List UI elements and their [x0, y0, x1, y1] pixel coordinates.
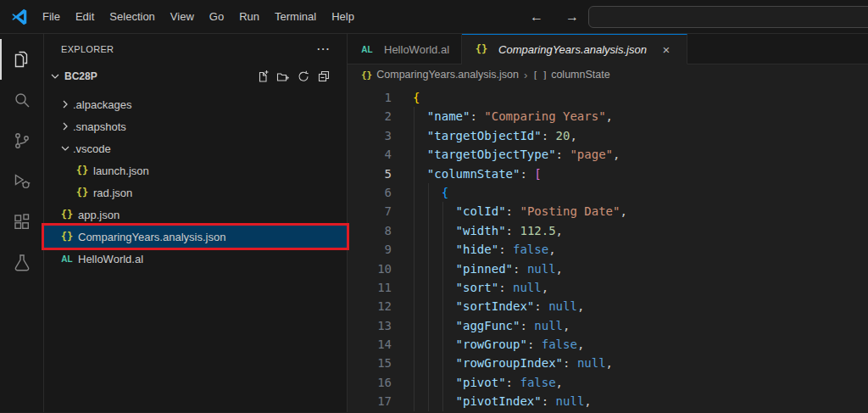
- line-number[interactable]: 2: [348, 107, 392, 126]
- code-line[interactable]: "name": "Comparing Years",: [413, 107, 627, 126]
- line-number[interactable]: 5: [348, 165, 392, 183]
- tree-item--snapshots[interactable]: .snapshots: [44, 115, 347, 137]
- history-navigation: ← →: [527, 0, 581, 34]
- code-line[interactable]: "rowGroupIndex": null,: [413, 354, 627, 372]
- json-file-icon: {}: [75, 187, 90, 198]
- tree-item-app-json[interactable]: {}app.json: [44, 204, 347, 226]
- tabbar: ALHelloWorld.al{}ComparingYears.analysis…: [348, 34, 868, 64]
- refresh-button[interactable]: [296, 69, 311, 84]
- tree-item-label: .vscode: [73, 142, 111, 155]
- code-line[interactable]: "targetObjectType": "page",: [413, 145, 627, 164]
- tab-helloworld-al[interactable]: ALHelloWorld.al: [348, 34, 462, 64]
- new-file-button[interactable]: [255, 69, 270, 84]
- code-line[interactable]: "rowGroup": false,: [413, 335, 627, 354]
- sidebar-header: EXPLORER ⋯: [44, 34, 347, 64]
- line-number[interactable]: 13: [348, 316, 392, 335]
- back-button[interactable]: ←: [527, 9, 546, 25]
- explorer-sidebar: EXPLORER ⋯ BC28P: [44, 34, 348, 412]
- line-number[interactable]: 16: [348, 373, 392, 392]
- line-number[interactable]: 9: [348, 240, 392, 259]
- line-number[interactable]: 4: [348, 145, 392, 164]
- menu-terminal[interactable]: Terminal: [267, 7, 324, 26]
- activitybar-search[interactable]: [0, 80, 43, 120]
- menu-file[interactable]: File: [35, 7, 68, 26]
- editor-group: ALHelloWorld.al{}ComparingYears.analysis…: [348, 34, 868, 412]
- titlebar: FileEditSelectionViewGoRunTerminalHelp ←…: [0, 0, 868, 34]
- breadcrumb-item[interactable]: columnState: [551, 69, 609, 81]
- line-number[interactable]: 6: [348, 183, 392, 202]
- breadcrumb-item[interactable]: ComparingYears.analysis.json: [376, 69, 519, 81]
- file-tree: .alpackages.snapshots.vscode{}launch.jso…: [44, 93, 347, 270]
- menu-view[interactable]: View: [163, 7, 202, 26]
- line-number[interactable]: 8: [348, 221, 392, 240]
- code-line[interactable]: "pivotIndex": null,: [413, 392, 627, 410]
- source-control-icon: [12, 131, 32, 151]
- editor-pane[interactable]: 1234567891011121314151617 { "name": "Com…: [348, 85, 868, 412]
- line-number[interactable]: 10: [348, 260, 392, 278]
- line-number[interactable]: 11: [348, 278, 392, 297]
- code-line[interactable]: "targetObjectId": 20,: [413, 126, 627, 145]
- menu-selection[interactable]: Selection: [102, 7, 162, 26]
- command-center[interactable]: [588, 6, 868, 28]
- al-file-icon: AL: [59, 254, 75, 264]
- menu-go[interactable]: Go: [202, 7, 231, 26]
- close-icon[interactable]: ×: [658, 41, 675, 58]
- tree-item-launch-json[interactable]: {}launch.json: [44, 159, 347, 181]
- line-number[interactable]: 3: [348, 126, 392, 145]
- menu-help[interactable]: Help: [324, 7, 362, 26]
- tree-item--vscode[interactable]: .vscode: [44, 137, 347, 159]
- line-number[interactable]: 7: [348, 202, 392, 220]
- chevron-right-icon: [58, 120, 73, 133]
- tree-item-comparingyears-analysis-json[interactable]: {}ComparingYears.analysis.json: [44, 226, 347, 248]
- code-line[interactable]: "pinned": null,: [413, 260, 627, 278]
- activitybar-source-control[interactable]: [0, 120, 43, 161]
- line-number[interactable]: 12: [348, 297, 392, 315]
- editor-gutter: 1234567891011121314151617: [348, 88, 392, 412]
- json-file-icon: {}: [75, 165, 90, 176]
- activitybar-extensions[interactable]: [0, 202, 43, 243]
- sidebar-title: EXPLORER: [61, 44, 114, 54]
- code-line[interactable]: {: [413, 183, 627, 202]
- menubar: FileEditSelectionViewGoRunTerminalHelp: [35, 0, 362, 33]
- menu-edit[interactable]: Edit: [68, 7, 102, 26]
- collapse-all-button[interactable]: [316, 69, 331, 84]
- array-symbol-icon: [ ]: [532, 70, 547, 81]
- code-line[interactable]: "colId": "Posting Date",: [413, 202, 627, 220]
- code-line[interactable]: "pivot": false,: [413, 373, 627, 392]
- json-file-icon: {}: [59, 209, 75, 220]
- activitybar-explorer[interactable]: [0, 39, 43, 80]
- code-line[interactable]: "aggFunc": null,: [413, 316, 627, 335]
- chevron-down-icon: [58, 142, 73, 155]
- activitybar-testing[interactable]: [0, 243, 43, 283]
- chevron-down-icon: [47, 70, 63, 83]
- tree-item-helloworld-al[interactable]: ALHelloWorld.al: [44, 248, 347, 270]
- tree-item-label: launch.json: [93, 165, 149, 177]
- workspace-section-header[interactable]: BC28P: [44, 64, 347, 88]
- tree-item-label: rad.json: [93, 187, 132, 199]
- line-number[interactable]: 1: [348, 88, 392, 107]
- code-line[interactable]: "columnState": [: [413, 165, 627, 183]
- code-line[interactable]: {: [413, 88, 627, 107]
- breadcrumb: {}ComparingYears.analysis.json›[ ]column…: [348, 64, 868, 85]
- line-number[interactable]: 17: [348, 392, 392, 410]
- line-number[interactable]: 15: [348, 354, 392, 372]
- code-line[interactable]: "width": 112.5,: [413, 221, 627, 240]
- tree-item--alpackages[interactable]: .alpackages: [44, 93, 347, 115]
- more-actions-icon[interactable]: ⋯: [311, 41, 335, 58]
- tree-item-rad-json[interactable]: {}rad.json: [44, 181, 347, 204]
- tab-comparingyears-analysis-json[interactable]: {}ComparingYears.analysis.json×: [462, 34, 687, 64]
- code-line[interactable]: "hide": false,: [413, 240, 627, 259]
- line-number[interactable]: 14: [348, 335, 392, 354]
- json-file-icon: {}: [474, 43, 489, 55]
- forward-button[interactable]: →: [563, 9, 581, 25]
- code-line[interactable]: "sort": null,: [413, 278, 627, 297]
- activitybar-run-debug[interactable]: [0, 161, 43, 202]
- editor-code[interactable]: { "name": "Comparing Years", "targetObje…: [392, 88, 627, 412]
- beaker-icon: [12, 253, 32, 273]
- menu-run[interactable]: Run: [231, 7, 267, 26]
- section-actions: [255, 69, 347, 84]
- tabbar-filler: [687, 34, 868, 64]
- code-line[interactable]: "sortIndex": null,: [413, 297, 627, 315]
- tree-item-label: ComparingYears.analysis.json: [78, 231, 225, 243]
- new-folder-button[interactable]: [275, 69, 291, 84]
